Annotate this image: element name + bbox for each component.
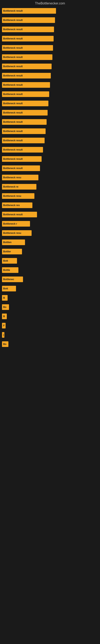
bottleneck-bar-label: Bottleneck res (3, 204, 20, 207)
bar-row: B (2, 295, 98, 301)
bottleneck-bar: Bottleneck result (2, 119, 47, 125)
bar-row: Bottleneck result (2, 17, 98, 23)
bar-row: Bottlenec (2, 276, 98, 282)
bottleneck-bar-label: Bottleneck result (3, 46, 23, 49)
bottleneck-bar: Bottleneck result (2, 26, 54, 32)
bottleneck-bar: Bottleneck result (2, 64, 51, 69)
bar-row: Bottleneck result (2, 110, 98, 116)
bottleneck-bar: Bottleneck r (2, 221, 30, 226)
bar-row: Bott (2, 286, 98, 292)
bottleneck-bar: Bottleneck result (2, 166, 40, 171)
bar-row: Bott (2, 258, 98, 264)
bottleneck-bar: Bottleneck result (2, 45, 53, 51)
bar-row: Bottleneck result (2, 73, 98, 78)
bottleneck-bar: Bottleneck result (2, 138, 45, 143)
bottleneck-bar-label: Bottleneck result (3, 102, 23, 105)
bottleneck-bar: Bott (2, 286, 16, 292)
bottleneck-bar-label: Bottleneck resu (3, 176, 21, 179)
bottleneck-bar-label: Bottleneck result (3, 158, 23, 160)
bottleneck-bar: Bottler (2, 249, 22, 254)
bottleneck-bar: Bo (2, 341, 8, 347)
bottleneck-bar: Bottleneck re (2, 184, 36, 190)
bottleneck-bar: Bottleneck result (2, 110, 48, 116)
bottleneck-bar-label: Bottleneck result (3, 167, 23, 170)
bar-row: Bottlen (2, 240, 98, 245)
bottleneck-bar: B (2, 314, 7, 319)
bottleneck-bar: Bottleneck result (2, 8, 56, 14)
site-title-container: TheBottlenecker.com (0, 0, 100, 6)
bottleneck-bar: Bottleneck result (2, 91, 49, 97)
bottleneck-bar: B (2, 295, 8, 301)
bar-row: Bottleneck result (2, 54, 98, 60)
bottleneck-bar-label: F (3, 324, 4, 327)
bottleneck-bar-label: Bottleneck result (3, 74, 23, 77)
bottleneck-bar: Bottleneck result (2, 128, 46, 134)
bar-row: Bottleneck result (2, 45, 98, 51)
bar-row: Bottleneck result (2, 100, 98, 106)
bar-row: | (2, 332, 98, 338)
bar-row: Bottleneck result (2, 147, 98, 152)
bottleneck-bar-label: Bottleneck result (3, 65, 23, 68)
bottleneck-bar: Bottleneck result (2, 82, 50, 88)
bottleneck-bar-label: Bottleneck result (3, 120, 23, 123)
bar-row: Bottleneck r (2, 221, 98, 226)
bottleneck-bar-label: Bo (3, 306, 6, 308)
bottleneck-bar-label: Bott (3, 260, 8, 262)
bottleneck-bar-label: Bottleneck resu (3, 232, 21, 234)
bar-row: Bottleneck result (2, 26, 98, 32)
bottleneck-bar: Bottleneck result (2, 54, 52, 60)
bar-row: Bottleneck resu (2, 230, 98, 236)
bar-row: Bottleneck resu (2, 193, 98, 199)
bottleneck-bar: Bottleneck resu (2, 175, 38, 180)
bar-row: Bo (2, 341, 98, 347)
bottleneck-bar: Bottleneck result (2, 73, 51, 78)
bottleneck-bar-label: Bottleneck resu (3, 194, 21, 198)
bottleneck-bar-label: Bottleneck result (3, 111, 23, 114)
bottleneck-bar-label: Bottleneck result (3, 56, 23, 58)
bottleneck-bar: | (2, 332, 4, 338)
bottleneck-bar-label: Bottler (3, 250, 11, 253)
bottleneck-bar: Bottleneck result (2, 147, 43, 152)
bar-row: Bottleneck result (2, 82, 98, 88)
bottleneck-bar: Bottleneck resu (2, 230, 32, 236)
bottleneck-bar: Bott (2, 258, 17, 264)
bar-row: B (2, 314, 98, 319)
bottleneck-bar-label: Bottleneck result (3, 37, 23, 40)
bottleneck-bar-label: Bottle (3, 269, 10, 272)
bottleneck-bar-label: Bottlenec (3, 278, 14, 281)
bottleneck-bar: Bottlen (2, 240, 25, 245)
bar-row: Bottleneck result (2, 36, 98, 42)
bar-row: Bottleneck result (2, 91, 98, 97)
bottleneck-bar-label: Bottleneck result (3, 10, 23, 12)
bottleneck-bar-label: B (3, 296, 5, 299)
bar-row: Bottleneck resu (2, 175, 98, 180)
bottleneck-bar: Bottlenec (2, 276, 23, 282)
bottleneck-bar-label: Bo (3, 343, 6, 346)
bottleneck-bar-label: Bottleneck result (3, 84, 23, 86)
bottleneck-bar: F (2, 323, 6, 328)
bottleneck-bar-label: Bottleneck result (3, 28, 23, 31)
site-title: TheBottlenecker.com (0, 0, 100, 6)
bottleneck-bar-label: Bottleneck result (3, 93, 23, 96)
bars-container: Bottleneck resultBottleneck resultBottle… (0, 6, 100, 347)
bar-row: Bottleneck result (2, 138, 98, 143)
bar-row: Bottleneck result (2, 212, 98, 217)
bar-row: Bottle (2, 267, 98, 273)
bar-row: Bottleneck res (2, 202, 98, 208)
bar-row: Bottleneck result (2, 119, 98, 125)
bottleneck-bar-label: Bottleneck result (3, 213, 23, 216)
bottleneck-bar-label: Bottlen (3, 241, 11, 244)
bar-row: Bottler (2, 249, 98, 254)
bottleneck-bar-label: | (3, 334, 4, 336)
bottleneck-bar: Bottleneck result (2, 156, 42, 162)
bottleneck-bar-label: Bottleneck result (3, 148, 23, 151)
bottleneck-bar: Bottleneck res (2, 202, 32, 208)
bottleneck-bar: Bottleneck result (2, 17, 55, 23)
bar-row: Bottleneck result (2, 166, 98, 171)
bottleneck-bar: Bottleneck result (2, 36, 53, 42)
bottleneck-bar-label: Bottleneck r (3, 222, 17, 225)
bottleneck-bar-label: Bott (3, 287, 8, 290)
bottleneck-bar-label: Bottleneck result (3, 139, 23, 142)
bar-row: Bo (2, 304, 98, 310)
bar-row: Bottleneck result (2, 64, 98, 69)
